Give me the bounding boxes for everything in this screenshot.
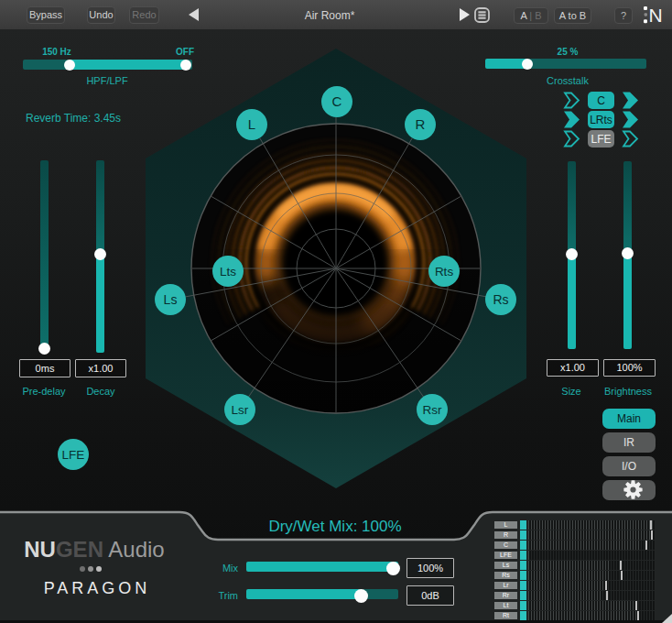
- svg-text:LRts: LRts: [590, 114, 612, 126]
- svg-text:Rsr: Rsr: [423, 403, 442, 417]
- svg-text:L: L: [248, 116, 255, 132]
- svg-text:Lsr: Lsr: [232, 403, 249, 417]
- svg-text:R: R: [416, 116, 426, 132]
- svg-text:Lts: Lts: [220, 265, 236, 279]
- svg-text:LFE: LFE: [591, 133, 611, 146]
- svg-text:C: C: [597, 94, 605, 107]
- svg-text:Rs: Rs: [493, 292, 508, 307]
- svg-text:N: N: [649, 5, 663, 26]
- svg-text:Rts: Rts: [435, 265, 454, 279]
- svg-text:LFE: LFE: [62, 448, 85, 462]
- svg-text:Ls: Ls: [164, 292, 178, 307]
- svg-text:C: C: [332, 93, 342, 109]
